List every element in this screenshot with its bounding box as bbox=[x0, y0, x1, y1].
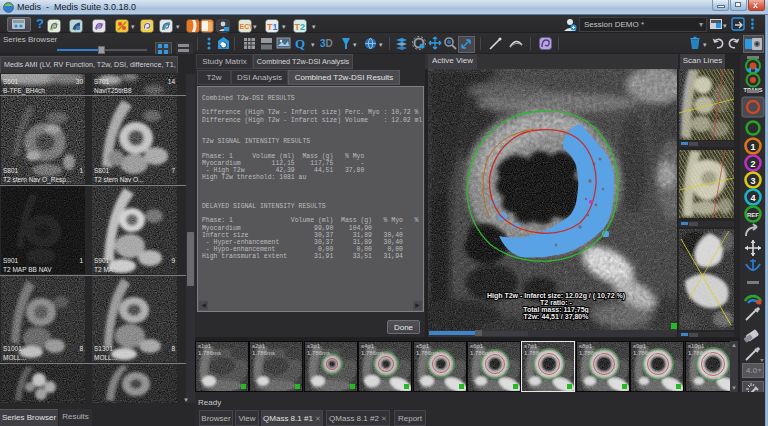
svg-text:ECV: ECV bbox=[240, 23, 253, 30]
svg-text:T2 ratio: -: T2 ratio: - bbox=[540, 299, 573, 306]
svg-text:3: 3 bbox=[750, 176, 755, 186]
svg-text:2: 2 bbox=[750, 159, 755, 169]
svg-text:1: 1 bbox=[750, 142, 755, 152]
svg-text:REF: REF bbox=[747, 212, 759, 218]
svg-text:T2w: 44,51 / 37,80%: T2w: 44,51 / 37,80% bbox=[524, 313, 590, 321]
svg-text:Q: Q bbox=[295, 36, 305, 51]
svg-text:T1: T1 bbox=[267, 22, 278, 32]
svg-text:3D: 3D bbox=[320, 38, 333, 49]
svg-text:T2: T2 bbox=[295, 22, 306, 32]
svg-text:4: 4 bbox=[750, 193, 755, 203]
